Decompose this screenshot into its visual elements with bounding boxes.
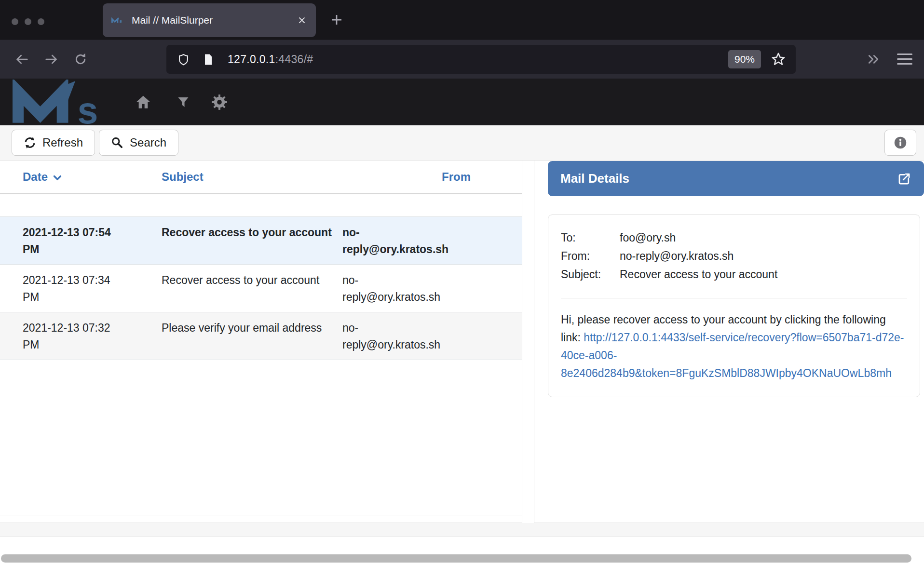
toolbar-overflow-icon[interactable] (866, 52, 881, 67)
mail-details-title: Mail Details (560, 171, 897, 186)
main-content: Date Subject From 2021-12-13 07:54 PM Re… (0, 161, 924, 523)
home-icon[interactable] (135, 94, 151, 110)
mail-row[interactable]: 2021-12-13 07:32 PM Please verify your e… (0, 312, 522, 360)
action-toolbar: Refresh Search (0, 125, 924, 161)
mail-row-selected[interactable]: 2021-12-13 07:54 PM Recover access to yo… (0, 216, 522, 264)
detail-to-row: To: foo@ory.sh (561, 228, 907, 247)
browser-tab[interactable]: s Mail // MailSlurper (103, 3, 316, 37)
open-external-icon[interactable] (897, 172, 911, 186)
recovery-link[interactable]: http://127.0.0.1:4433/self-service/recov… (561, 331, 904, 379)
mail-row-subject-link[interactable]: Recover access to your account (162, 217, 342, 264)
search-button[interactable]: Search (99, 130, 178, 156)
filter-icon[interactable] (177, 95, 190, 109)
window-controls[interactable] (12, 18, 44, 25)
search-button-label: Search (130, 136, 166, 149)
page-info-icon[interactable] (203, 53, 214, 66)
column-header-from[interactable]: From (342, 170, 522, 184)
mail-list-rows: 2021-12-13 07:54 PM Recover access to yo… (0, 216, 522, 360)
mail-row-date: 2021-12-13 07:32 PM (23, 312, 162, 360)
mailslurper-favicon-icon: s (111, 15, 124, 26)
back-icon[interactable] (14, 52, 29, 67)
subject-column-label: Subject (162, 170, 204, 184)
mailslurper-logo: s (13, 80, 114, 125)
from-value: no-reply@ory.kratos.sh (620, 247, 907, 265)
browser-window: s Mail // MailSlurper (0, 0, 924, 564)
window-dot-icon[interactable] (12, 18, 18, 25)
detail-from-row: From: no-reply@ory.kratos.sh (561, 247, 907, 265)
column-header-date[interactable]: Date (23, 170, 162, 184)
browser-tab-bar: s Mail // MailSlurper (0, 0, 924, 39)
mail-row-from: no-reply@ory.kratos.sh (342, 312, 522, 360)
to-value: foo@ory.sh (620, 228, 907, 247)
detail-divider (561, 298, 907, 298)
shield-icon[interactable] (177, 53, 190, 66)
tab-close-icon[interactable] (297, 15, 307, 26)
reload-icon[interactable] (73, 52, 88, 67)
url-path: :4436/# (275, 53, 313, 66)
browser-toolbar: 127.0.0.1:4436/# 90% (0, 39, 924, 79)
mail-body: Hi, please recover access to your accoun… (561, 311, 907, 382)
svg-text:s: s (120, 18, 122, 24)
mail-row-date: 2021-12-13 07:54 PM (23, 217, 162, 264)
refresh-icon (24, 136, 36, 149)
mail-details-header: Mail Details (548, 161, 924, 196)
url-bar[interactable]: 127.0.0.1:4436/# 90% (166, 45, 796, 74)
mail-list-header-row: Date Subject From (0, 161, 522, 194)
mail-row-date: 2021-12-13 07:34 PM (23, 265, 162, 312)
window-dot-icon[interactable] (25, 18, 31, 25)
subject-label: Subject: (561, 265, 620, 283)
pane-divider (522, 161, 534, 523)
app-header: s (0, 79, 924, 125)
detail-subject-row: Subject: Recover access to your account (561, 265, 907, 283)
date-column-label: Date (23, 170, 48, 184)
from-column-label: From (442, 170, 471, 184)
forward-icon[interactable] (44, 52, 59, 67)
page-footer-band (0, 523, 924, 537)
search-icon (111, 136, 123, 149)
refresh-button[interactable]: Refresh (12, 130, 95, 156)
window-dot-icon[interactable] (38, 18, 44, 25)
list-scrollbar-track[interactable] (0, 515, 522, 523)
logo-s-glyph: s (77, 90, 98, 125)
bottom-scroll-area (0, 537, 924, 564)
mail-row-subject-link[interactable]: Please verify your email address (162, 312, 342, 360)
new-tab-icon[interactable] (329, 13, 344, 27)
mail-row-from: no-reply@ory.kratos.sh (342, 217, 522, 264)
subject-value: Recover access to your account (620, 265, 907, 283)
settings-gear-icon[interactable] (211, 94, 228, 110)
zoom-level-badge[interactable]: 90% (728, 50, 761, 68)
refresh-button-label: Refresh (42, 136, 83, 149)
url-host: 127.0.0.1 (228, 53, 275, 66)
menu-icon[interactable] (897, 54, 912, 65)
from-label: From: (561, 247, 620, 265)
to-label: To: (561, 228, 620, 247)
mail-row-subject-link[interactable]: Recover access to your account (162, 265, 342, 312)
url-text[interactable]: 127.0.0.1:4436/# (228, 53, 728, 66)
mail-details-card: To: foo@ory.sh From: no-reply@ory.kratos… (548, 215, 920, 397)
tab-title: Mail // MailSlurper (132, 14, 297, 26)
info-button[interactable] (884, 130, 916, 156)
info-icon (894, 136, 907, 149)
mail-details-pane: Mail Details To: foo@ory.sh From: no-rep… (534, 161, 924, 523)
mail-list-pane: Date Subject From 2021-12-13 07:54 PM Re… (0, 161, 522, 523)
bookmark-star-icon[interactable] (771, 52, 786, 67)
mail-row-from: no-reply@ory.kratos.sh (342, 265, 522, 312)
horizontal-scrollbar[interactable] (1, 554, 911, 563)
mail-row[interactable]: 2021-12-13 07:34 PM Recover access to yo… (0, 264, 522, 312)
sort-descending-chevron-icon (52, 172, 63, 184)
column-header-subject[interactable]: Subject (162, 170, 342, 184)
